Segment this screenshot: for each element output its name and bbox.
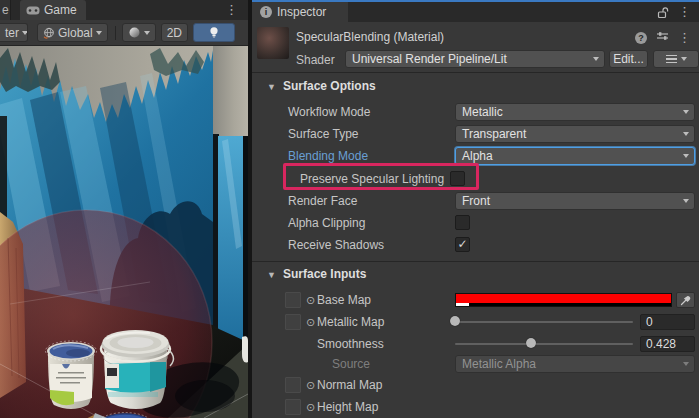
- shader-edit-button[interactable]: Edit...: [609, 50, 648, 68]
- surface-type-label: Surface Type: [288, 124, 359, 144]
- surface-options-foldout[interactable]: ▼: [267, 82, 276, 92]
- lightbulb-icon: [208, 26, 220, 39]
- surface-inputs-foldout[interactable]: ▼: [267, 270, 276, 280]
- help-icon[interactable]: ?: [635, 32, 647, 44]
- shaded-sphere-icon: [128, 26, 141, 39]
- surface-options-header[interactable]: Surface Options: [283, 79, 376, 93]
- chevron-down-icon: [96, 31, 102, 35]
- list-icon: [666, 53, 677, 66]
- tab-game-label: Game: [44, 3, 77, 17]
- slider-handle[interactable]: [526, 338, 536, 348]
- tab-inspector-label: Inspector: [277, 5, 326, 19]
- source-value: Metallic Alpha: [462, 357, 536, 371]
- gamepad-icon: [26, 6, 40, 15]
- shader-value: Universal Render Pipeline/Lit: [352, 52, 507, 66]
- material-title: SpecularBlending (Material): [296, 30, 444, 44]
- smoothness-value-field[interactable]: 0.428: [640, 336, 695, 352]
- preserve-specular-checkbox[interactable]: [450, 171, 465, 186]
- globe-icon: [43, 27, 55, 39]
- metallic-map-texture-slot[interactable]: [285, 314, 301, 330]
- workflow-mode-value: Metallic: [462, 105, 503, 119]
- slider-track: [455, 343, 633, 345]
- chevron-down-icon: [22, 31, 28, 35]
- surface-type-dropdown[interactable]: Transparent: [455, 125, 695, 143]
- texture-picker-icon[interactable]: ⊙: [306, 290, 315, 310]
- inspector-tabbar: i Inspector ⋮: [252, 2, 699, 22]
- lock-icon[interactable]: [656, 6, 669, 22]
- shader-dropdown[interactable]: Universal Render Pipeline/Lit: [345, 50, 605, 68]
- orientation-label: Global: [58, 26, 93, 40]
- unity-editor-window: e Game ⋮ ter: [0, 0, 699, 418]
- metallic-map-label: Metallic Map: [317, 312, 384, 332]
- shader-list-button[interactable]: [653, 50, 699, 68]
- render-face-label: Render Face: [288, 191, 357, 211]
- alpha-clipping-label: Alpha Clipping: [288, 213, 365, 233]
- receive-shadows-label: Receive Shadows: [288, 235, 384, 255]
- metallic-value-field[interactable]: 0: [640, 314, 695, 330]
- alpha-value-bar: [456, 303, 469, 306]
- chevron-down-icon: [681, 57, 687, 61]
- pivot-mode-button[interactable]: ter: [0, 23, 28, 42]
- base-map-color-swatch[interactable]: [455, 293, 672, 307]
- 2d-label: 2D: [167, 26, 182, 40]
- eyedropper-icon: [680, 295, 691, 306]
- source-dropdown: Metallic Alpha: [455, 355, 695, 373]
- 2d-toggle-button[interactable]: 2D: [161, 23, 188, 42]
- dropdown-caret-icon: [683, 132, 689, 136]
- inspector-panel: i Inspector ⋮ SpecularBlending (Material…: [252, 0, 699, 418]
- normal-map-texture-slot[interactable]: [285, 377, 301, 393]
- game-view-tabbar: e Game ⋮: [0, 0, 248, 20]
- slider-track: [455, 321, 633, 323]
- surface-inputs-header[interactable]: Surface Inputs: [283, 267, 366, 281]
- smoothness-label: Smoothness: [317, 334, 384, 354]
- game-view-panel: e Game ⋮ ter: [0, 0, 248, 418]
- partial-tab[interactable]: e: [0, 0, 11, 20]
- material-menu-icon[interactable]: ⋮: [678, 31, 691, 44]
- texture-picker-icon[interactable]: ⊙: [306, 312, 315, 332]
- tab-inspector[interactable]: i Inspector: [252, 2, 348, 22]
- receive-shadows-checkbox[interactable]: ✓: [455, 237, 470, 252]
- dropdown-caret-icon: [683, 362, 689, 366]
- scene-render: [0, 46, 248, 418]
- eyedropper-button[interactable]: [676, 292, 695, 308]
- game-panel-menu-icon[interactable]: ⋮: [225, 3, 238, 16]
- dropdown-caret-icon: [683, 199, 689, 203]
- alpha-bar: [456, 303, 671, 306]
- game-viewport[interactable]: [0, 46, 248, 418]
- inspector-menu-icon[interactable]: ⋮: [678, 5, 691, 18]
- tab-game[interactable]: Game: [20, 0, 86, 20]
- dropdown-caret-icon: [683, 154, 689, 158]
- info-icon: i: [260, 6, 272, 18]
- blending-mode-dropdown[interactable]: Alpha: [455, 147, 695, 165]
- height-map-texture-slot[interactable]: [285, 399, 301, 415]
- dropdown-caret-icon: [683, 110, 689, 114]
- workflow-mode-dropdown[interactable]: Metallic: [455, 103, 695, 121]
- toolbar-separator: [115, 26, 116, 40]
- scene-lighting-toggle[interactable]: [193, 23, 235, 42]
- material-preview-thumbnail[interactable]: [257, 27, 289, 59]
- pivot-mode-label: ter: [5, 26, 19, 40]
- chevron-down-icon: [144, 31, 150, 35]
- alpha-clipping-checkbox[interactable]: [455, 215, 470, 230]
- shading-mode-button[interactable]: [122, 23, 156, 42]
- blending-mode-label: Blending Mode: [288, 146, 368, 166]
- material-header: SpecularBlending (Material) ? ⋮ Shader U…: [252, 22, 699, 72]
- base-map-texture-slot[interactable]: [285, 292, 301, 308]
- render-face-value: Front: [462, 194, 490, 208]
- shader-label: Shader: [296, 53, 335, 67]
- divider: [252, 72, 699, 73]
- presets-icon[interactable]: [656, 30, 669, 45]
- slider-handle[interactable]: [450, 316, 460, 326]
- blending-mode-value: Alpha: [462, 149, 493, 163]
- orientation-button[interactable]: Global: [37, 23, 108, 42]
- base-map-label: Base Map: [317, 290, 371, 310]
- normal-map-label: Normal Map: [317, 375, 382, 395]
- source-label: Source: [332, 354, 370, 374]
- texture-picker-icon[interactable]: ⊙: [306, 375, 315, 395]
- render-face-dropdown[interactable]: Front: [455, 192, 695, 210]
- height-map-label: Height Map: [317, 397, 378, 417]
- smoothness-slider[interactable]: [455, 334, 633, 354]
- texture-picker-icon[interactable]: ⊙: [306, 397, 315, 417]
- surface-type-value: Transparent: [462, 127, 526, 141]
- metallic-slider[interactable]: [455, 312, 633, 332]
